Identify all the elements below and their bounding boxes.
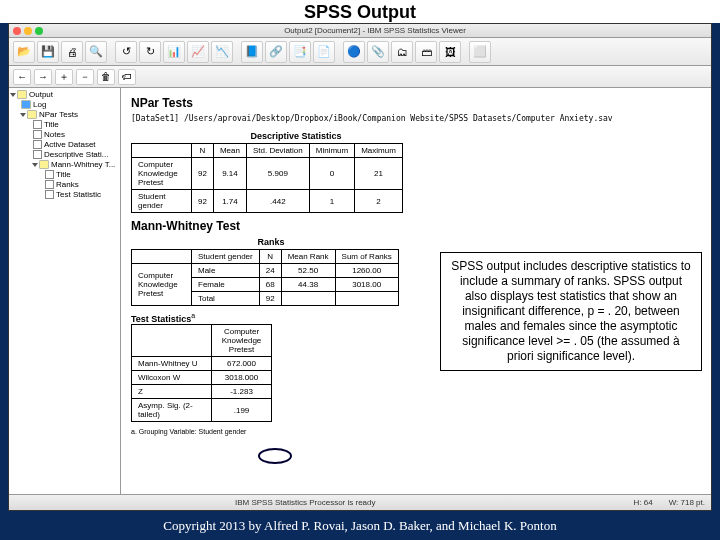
chart-button-1[interactable]: 📊 bbox=[163, 41, 185, 63]
outline-item-mann-whitney[interactable]: Mann-Whitney T... bbox=[11, 160, 118, 170]
print-button[interactable]: 🖨 bbox=[61, 41, 83, 63]
goto-data-button[interactable]: 📘 bbox=[241, 41, 263, 63]
delete-button[interactable]: 🗑 bbox=[97, 69, 115, 85]
table-row: Student gender 921.74.44212 bbox=[132, 190, 403, 213]
zoom-icon[interactable] bbox=[35, 27, 43, 35]
chart-button-2[interactable]: 📈 bbox=[187, 41, 209, 63]
outline-root[interactable]: Output bbox=[11, 90, 118, 100]
minimize-icon[interactable] bbox=[24, 27, 32, 35]
test-statistics-superscript: a bbox=[191, 312, 195, 319]
status-bar: IBM SPSS Statistics Processor is ready H… bbox=[9, 494, 711, 510]
table-row: Z-1.283 bbox=[132, 385, 272, 399]
separator bbox=[337, 41, 341, 63]
close-icon[interactable] bbox=[13, 27, 21, 35]
test-statistics-footnote: a. Grouping Variable: Student gender bbox=[131, 428, 701, 435]
save-button[interactable]: 💾 bbox=[37, 41, 59, 63]
table-row: Mann-Whitney U672.000 bbox=[132, 357, 272, 371]
outline-item-npar[interactable]: NPar Tests bbox=[11, 110, 118, 120]
table-row: Computer Knowledge Pretest Male2452.5012… bbox=[132, 264, 399, 278]
callout-text: SPSS output includes descriptive statist… bbox=[451, 259, 690, 363]
ranks-table: Student gender N Mean Rank Sum of Ranks … bbox=[131, 249, 399, 306]
status-processor: IBM SPSS Statistics Processor is ready bbox=[235, 498, 376, 507]
status-height: H: 64 bbox=[634, 498, 653, 507]
outline-item-descriptive[interactable]: Descriptive Stati... bbox=[11, 150, 118, 160]
dataset-path: [DataSet1] /Users/aprovai/Desktop/Dropbo… bbox=[131, 114, 701, 123]
outline-item-active-dataset[interactable]: Active Dataset bbox=[11, 140, 118, 150]
test-statistics-table: Computer Knowledge Pretest Mann-Whitney … bbox=[131, 324, 272, 422]
table-row: Asymp. Sig. (2-tailed).199 bbox=[132, 399, 272, 422]
run-button[interactable]: 📄 bbox=[313, 41, 335, 63]
table-row: N Mean Std. Deviation Minimum Maximum bbox=[132, 144, 403, 158]
open-file-button[interactable]: 📂 bbox=[13, 41, 35, 63]
select-button[interactable]: 🔵 bbox=[343, 41, 365, 63]
redo-button[interactable]: ↻ bbox=[139, 41, 161, 63]
ranks-title: Ranks bbox=[131, 237, 411, 247]
titlebar: Output2 [Document2] - IBM SPSS Statistic… bbox=[9, 24, 711, 38]
status-width: W: 718 pt. bbox=[669, 498, 705, 507]
table-row: Wilcoxon W3018.000 bbox=[132, 371, 272, 385]
show-hide-button[interactable]: ⬜ bbox=[469, 41, 491, 63]
table-row: Computer Knowledge Pretest bbox=[132, 325, 272, 357]
insert-button[interactable]: 📎 bbox=[367, 41, 389, 63]
table-row: Computer Knowledge Pretest 929.145.90902… bbox=[132, 158, 403, 190]
image-button[interactable]: 🖼 bbox=[439, 41, 461, 63]
window-title: Output2 [Document2] - IBM SPSS Statistic… bbox=[43, 26, 707, 35]
slide-title: SPSS Output bbox=[0, 0, 720, 23]
test-statistics-title: Test Statistics bbox=[131, 314, 191, 324]
mann-whitney-heading: Mann-Whitney Test bbox=[131, 219, 701, 233]
copyright-text: Copyright 2013 by Alfred P. Rovai, Jason… bbox=[0, 518, 720, 534]
collapse-button[interactable]: － bbox=[76, 69, 94, 85]
separator bbox=[463, 41, 467, 63]
outline-item-mw-title[interactable]: Title bbox=[11, 170, 118, 180]
table-row: Student gender N Mean Rank Sum of Ranks bbox=[132, 250, 399, 264]
descriptive-stats-title: Descriptive Statistics bbox=[131, 131, 461, 141]
undo-button[interactable]: ↺ bbox=[115, 41, 137, 63]
descriptive-stats-table: N Mean Std. Deviation Minimum Maximum Co… bbox=[131, 143, 403, 213]
explanation-callout: SPSS output includes descriptive statist… bbox=[440, 252, 702, 371]
expand-button[interactable]: ＋ bbox=[55, 69, 73, 85]
variables-button[interactable]: 📑 bbox=[289, 41, 311, 63]
outline-item-notes[interactable]: Notes bbox=[11, 130, 118, 140]
label-button[interactable]: 🏷 bbox=[118, 69, 136, 85]
separator bbox=[109, 41, 113, 63]
main-toolbar: 📂 💾 🖨 🔍 ↺ ↻ 📊 📈 📉 📘 🔗 📑 📄 🔵 📎 🗂 🗃 🖼 ⬜ bbox=[9, 38, 711, 66]
outline-item-test-statistic[interactable]: Test Statistic bbox=[11, 190, 118, 200]
outline-item-ranks[interactable]: Ranks bbox=[11, 180, 118, 190]
print-preview-button[interactable]: 🔍 bbox=[85, 41, 107, 63]
outline-item-title[interactable]: Title bbox=[11, 120, 118, 130]
separator bbox=[235, 41, 239, 63]
designate-button[interactable]: 🗂 bbox=[391, 41, 413, 63]
export-button[interactable]: 🗃 bbox=[415, 41, 437, 63]
chart-button-3[interactable]: 📉 bbox=[211, 41, 233, 63]
outline-item-log[interactable]: Log bbox=[11, 100, 118, 110]
npar-tests-heading: NPar Tests bbox=[131, 96, 701, 110]
goto-case-button[interactable]: 🔗 bbox=[265, 41, 287, 63]
demote-button[interactable]: → bbox=[34, 69, 52, 85]
promote-button[interactable]: ← bbox=[13, 69, 31, 85]
outline-toolbar: ← → ＋ － 🗑 🏷 bbox=[9, 66, 711, 88]
outline-pane[interactable]: Output Log NPar Tests Title Notes Active… bbox=[9, 88, 121, 494]
